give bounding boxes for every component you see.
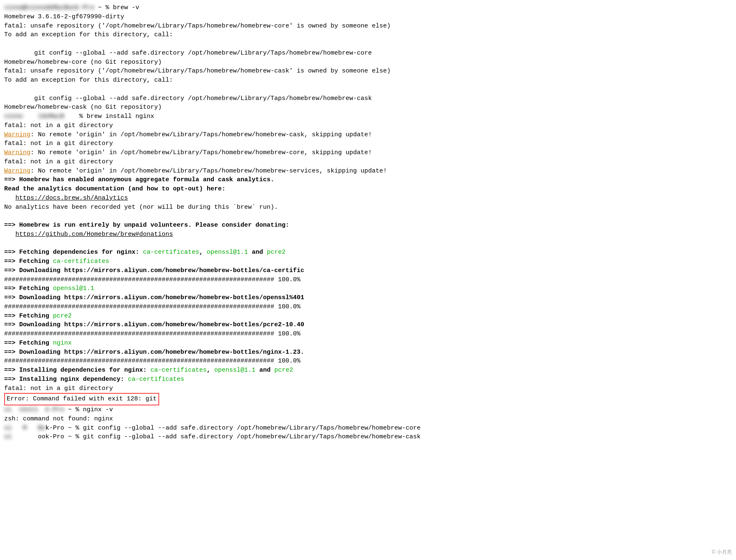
terminal-line-19: Warning: No remote 'origin' in /opt/home… — [4, 167, 732, 176]
terminal-line-37: ########################################… — [4, 330, 732, 339]
terminal-line-35: ==> Fetching pcre2 — [4, 312, 732, 321]
terminal-line-20: ==> Homebrew has enabled anonymous aggre… — [4, 175, 732, 185]
terminal-line-36: ==> Downloading https://mirrors.aliyun.c… — [4, 320, 732, 330]
terminal-line-2: Homebrew 3.6.16-2-gf679990-dirty — [4, 12, 732, 22]
terminal-line-16: fatal: not in a git directory — [4, 139, 732, 148]
terminal-line-18: fatal: not in a git directory — [4, 158, 732, 167]
terminal-line-24 — [4, 212, 732, 221]
terminal-line-15: Warning: No remote 'origin' in /opt/home… — [4, 130, 732, 140]
terminal-line-46: zsh: command not found: nginx — [4, 415, 732, 424]
terminal-line-42: ==> Installing nginx dependency: ca-cert… — [4, 375, 732, 384]
terminal-line-22: https://docs.brew.sh/Analytics — [4, 194, 732, 203]
terminal-line-41: ==> Installing dependencies for nginx: c… — [4, 366, 732, 375]
terminal-line-29: ==> Fetching ca-certificates — [4, 257, 732, 266]
terminal-line-17: Warning: No remote 'origin' in /opt/home… — [4, 148, 732, 158]
terminal-line-7: Homebrew/homebrew-core (no Git repositor… — [4, 58, 732, 67]
terminal-line-21: Read the analytics documentation (and ho… — [4, 185, 732, 194]
terminal-line-4: To add an exception for this directory, … — [4, 30, 732, 40]
terminal-line-27 — [4, 239, 732, 248]
terminal-line-26: https://github.com/Homebrew/brew#donatio… — [4, 230, 732, 239]
terminal-line-28: ==> Fetching dependencies for nginx: ca-… — [4, 248, 732, 257]
terminal-line-33: ==> Downloading https://mirrors.aliyun.c… — [4, 293, 732, 302]
terminal-line-30: ==> Downloading https://mirrors.aliyun.c… — [4, 266, 732, 275]
terminal-line-47: vi M Bok-Pro ~ % git config --global --a… — [4, 424, 732, 433]
terminal-line-38: ==> Fetching nginx — [4, 339, 732, 348]
terminal-output: vinna@vinnodeMacBook-Pro ~ % brew -vHome… — [0, 0, 736, 445]
terminal-line-10 — [4, 85, 732, 94]
terminal-line-23: No analytics have been recorded yet (nor… — [4, 203, 732, 212]
terminal-line-31: ########################################… — [4, 275, 732, 285]
terminal-line-39: ==> Downloading https://mirrors.aliyun.c… — [4, 348, 732, 357]
terminal-line-43: fatal: not in a git directory — [4, 384, 732, 393]
terminal-line-5 — [4, 40, 732, 49]
terminal-line-44: Error: Command failed with exit 128: git — [4, 393, 732, 405]
terminal-line-12: Homebrew/homebrew-cask (no Git repositor… — [4, 103, 732, 112]
terminal-line-48: vi ook-Pro ~ % git config --global --add… — [4, 432, 732, 442]
terminal-line-8: fatal: unsafe repository ('/opt/homebrew… — [4, 67, 732, 76]
terminal-line-25: ==> Homebrew is run entirely by unpaid v… — [4, 221, 732, 230]
terminal-line-32: ==> Fetching openssl@1.1 — [4, 284, 732, 293]
terminal-line-11: git config --global --add safe.directory… — [4, 94, 732, 103]
terminal-line-1: vinna@vinnodeMacBook-Pro ~ % brew -v — [4, 3, 732, 12]
terminal-line-3: fatal: unsafe repository ('/opt/homebrew… — [4, 22, 732, 31]
terminal-line-9: To add an exception for this directory, … — [4, 76, 732, 85]
terminal-line-13: vinno ldoMacB % brew install nginx — [4, 112, 732, 121]
terminal-line-14: fatal: not in a git directory — [4, 121, 732, 130]
terminal-line-6: git config --global --add safe.directory… — [4, 49, 732, 58]
terminal-line-45: vi test1 k-Pro ~ % nginx -v — [4, 405, 732, 415]
watermark: ©️ 小月亮 — [712, 549, 732, 556]
terminal-line-34: ########################################… — [4, 302, 732, 312]
terminal-line-40: ########################################… — [4, 357, 732, 366]
